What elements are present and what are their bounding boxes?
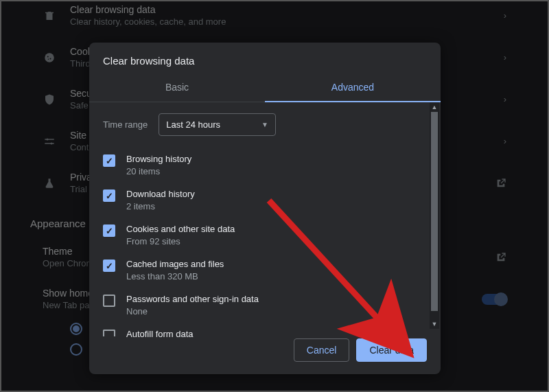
dialog-body: Time range Last 24 hours ▼ Browsing hist… (89, 102, 441, 329)
checkbox-passwords[interactable] (103, 295, 115, 307)
checkbox-browsing-history[interactable] (103, 154, 115, 167)
scroll-down-icon[interactable]: ▼ (430, 319, 439, 329)
dropdown-arrow-icon: ▼ (261, 121, 268, 128)
option-download-history[interactable]: Download history 2 items (103, 183, 427, 218)
dialog-scrollbar[interactable]: ▲ ▼ (430, 102, 439, 329)
tab-advanced[interactable]: Advanced (265, 73, 441, 102)
option-cached[interactable]: Cached images and files Less than 320 MB (103, 253, 427, 288)
checkbox-cached[interactable] (103, 260, 115, 272)
dialog-title: Clear browsing data (89, 43, 441, 73)
option-title: Download history (126, 189, 195, 199)
option-autofill[interactable]: Autofill form data (103, 323, 427, 339)
option-sub: Less than 320 MB (126, 271, 224, 281)
option-title: Cookies and other site data (126, 224, 235, 234)
option-passwords[interactable]: Passwords and other sign-in data None (103, 288, 427, 323)
option-sub: 2 items (126, 201, 195, 211)
option-cookies[interactable]: Cookies and other site data From 92 site… (103, 218, 427, 253)
option-sub: None (126, 306, 259, 316)
clear-data-button[interactable]: Clear data (356, 338, 427, 362)
option-browsing-history[interactable]: Browsing history 20 items (103, 148, 427, 183)
scrollbar-thumb[interactable] (431, 112, 438, 311)
clear-browsing-data-dialog: Clear browsing data Basic Advanced Time … (89, 43, 441, 374)
option-title: Cached images and files (126, 259, 224, 269)
checkbox-autofill[interactable] (103, 330, 115, 336)
time-range-select[interactable]: Last 24 hours ▼ (159, 113, 276, 136)
option-sub: 20 items (126, 166, 191, 176)
time-range-label: Time range (103, 119, 148, 130)
time-range-row: Time range Last 24 hours ▼ (103, 113, 427, 136)
option-sub: From 92 sites (126, 236, 235, 246)
option-title: Browsing history (126, 154, 191, 164)
option-title: Autofill form data (126, 329, 194, 339)
cancel-button[interactable]: Cancel (294, 338, 350, 362)
time-range-value: Last 24 hours (166, 119, 220, 130)
option-title: Passwords and other sign-in data (126, 294, 259, 304)
dialog-tabs: Basic Advanced (89, 73, 441, 102)
checkbox-download-history[interactable] (103, 189, 115, 202)
tab-basic[interactable]: Basic (89, 73, 265, 102)
scroll-up-icon[interactable]: ▲ (430, 102, 439, 112)
checkbox-cookies[interactable] (103, 224, 115, 237)
